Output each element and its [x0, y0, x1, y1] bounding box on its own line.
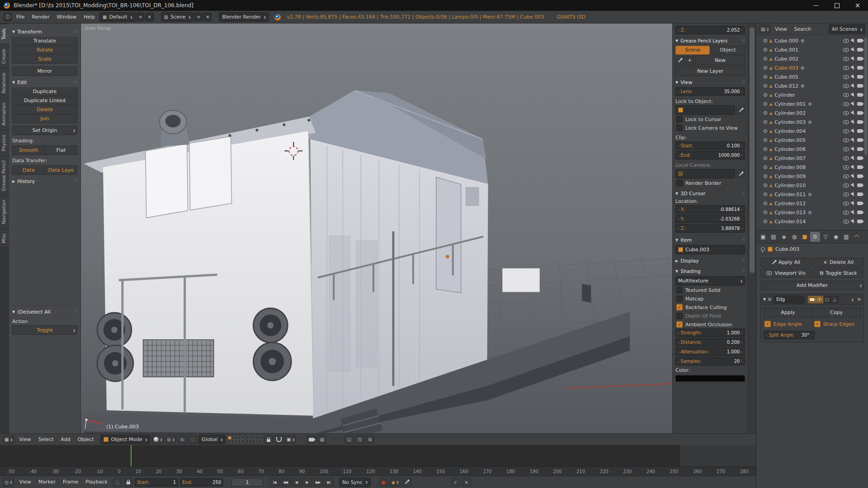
outliner-item[interactable]: ▲ Cylinder.011 ⚙	[756, 190, 868, 199]
tool-shelf-tab[interactable]: Misc	[0, 229, 9, 247]
grease-pencil-data-button[interactable]	[675, 56, 684, 65]
view3d-menu[interactable]: View	[15, 434, 34, 446]
panel-header-history[interactable]: ▶ History ⠿	[12, 177, 77, 185]
outliner-item[interactable]: ▲ Cylinder.002 ⚙	[756, 108, 868, 117]
delete-keyframe-button[interactable]: ×	[462, 478, 471, 487]
outliner-display-mode-dropdown[interactable]: All Scenes ▲▼	[829, 24, 865, 34]
infobar-menu[interactable]: Render	[28, 11, 53, 23]
panel-grip-icon[interactable]: ⠿	[74, 179, 77, 183]
properties-tab[interactable]: ◠	[852, 232, 862, 242]
modifier-checkbox[interactable]: ✓ Edge Angle	[764, 320, 811, 328]
renderability-camera-icon[interactable]	[857, 156, 863, 160]
snap-target-dropdown[interactable]: ◳	[355, 435, 364, 444]
color-swatch[interactable]	[675, 375, 745, 382]
visibility-eye-icon[interactable]	[843, 129, 849, 133]
ambient-occlusion-slider[interactable]: ‹ Attenuation: 1.000 ›	[675, 347, 745, 356]
modifier-header[interactable]: ▼ ⚙ Edg ▢ △ ▲▼ ×	[761, 294, 863, 305]
shading-checkbox[interactable]: ✓ Backface Culling	[675, 303, 745, 311]
visibility-eye-icon[interactable]	[843, 138, 849, 142]
render-preview-button[interactable]: ⧉	[365, 435, 374, 444]
modifier-render-toggle[interactable]	[808, 296, 816, 303]
renderability-camera-icon[interactable]	[857, 75, 863, 79]
current-frame-field[interactable]: 1	[231, 478, 263, 487]
panel-grip-icon[interactable]: ⠿	[742, 38, 745, 43]
visibility-eye-icon[interactable]	[843, 66, 849, 70]
tool-button[interactable]: Join	[12, 114, 77, 123]
tool-shelf-tab[interactable]: Grease Pencil	[0, 156, 9, 195]
toggle-stack-button[interactable]: ⧉ Toggle Stack	[813, 268, 864, 278]
data-transfer-button[interactable]: Data	[12, 165, 45, 175]
selectability-arrow-icon[interactable]	[851, 202, 855, 206]
selectability-arrow-icon[interactable]	[851, 66, 855, 70]
renderability-camera-icon[interactable]	[857, 183, 863, 187]
layer-dot-active[interactable]	[228, 436, 231, 439]
view-checkbox[interactable]: ✓ Lock to Cursor	[675, 115, 745, 123]
split-angle-slider[interactable]: ‹ Split Angle: 30° ›	[764, 331, 815, 339]
shading-button[interactable]: Flat	[45, 145, 78, 155]
visibility-eye-icon[interactable]	[843, 183, 849, 188]
view3d-menu[interactable]: Object	[74, 434, 98, 446]
outliner-item[interactable]: ▲ Cylinder.007 ⚙	[756, 154, 868, 163]
outliner-list[interactable]: ▲ Cube.000 ⚙ ▲ Cube.001	[756, 35, 868, 230]
mode-dropdown[interactable]: Object Mode ▲▼	[100, 435, 150, 444]
clip-end-slider[interactable]: ‹ End: 1000.000 ›	[675, 151, 745, 160]
renderability-camera-icon[interactable]	[857, 120, 863, 124]
panel-header-view[interactable]: ▼ View ⠿	[675, 78, 745, 86]
outliner-item[interactable]: ▲ Cylinder.003 ⚙	[756, 117, 868, 127]
apply-all-button[interactable]: Apply All	[760, 258, 811, 267]
transform-orientation-dropdown[interactable]: Global ▲▼	[198, 435, 226, 444]
manipulator-translate-button[interactable]	[178, 435, 187, 444]
add-modifier-dropdown[interactable]: Add Modifier ▲▼	[760, 281, 864, 290]
shading-checkbox[interactable]: ✓ Matcap	[675, 295, 745, 303]
delete-all-button[interactable]: × Delete All	[813, 258, 864, 267]
timeline-menu[interactable]: View	[16, 476, 35, 488]
opengl-render-animation-button[interactable]: ▤	[317, 435, 326, 444]
grease-pencil-source-tab[interactable]: Scene	[675, 46, 710, 55]
frame-end-field[interactable]: End: 250	[180, 478, 223, 487]
viewport-vis-button[interactable]: Viewport Vis	[760, 268, 811, 278]
panel-grip-icon[interactable]: ⠿	[742, 191, 745, 196]
renderability-camera-icon[interactable]	[857, 66, 863, 70]
properties-tab[interactable]: ■	[800, 232, 810, 242]
lock-time-button[interactable]	[124, 478, 133, 487]
selectability-arrow-icon[interactable]	[851, 211, 855, 215]
modifier-apply-button[interactable]: Apply	[764, 308, 812, 317]
action-dropdown[interactable]: Toggle ▲▼	[12, 325, 77, 335]
visibility-eye-icon[interactable]	[843, 120, 849, 124]
manipulator-rotate-button[interactable]: ◌	[188, 435, 197, 444]
opengl-render-button[interactable]	[307, 435, 316, 444]
transport-button[interactable]: ▶▶	[313, 478, 323, 486]
visibility-eye-icon[interactable]	[843, 102, 849, 106]
modifier-copy-button[interactable]: Copy	[812, 308, 861, 317]
panel-header-grease-pencil-layers[interactable]: ▼ Grease Pencil Layers ⠿	[675, 37, 745, 45]
panel-grip-icon[interactable]: ⠿	[742, 238, 745, 242]
lock-object-field[interactable]	[675, 105, 735, 115]
maximize-button[interactable]	[826, 0, 847, 11]
visibility-eye-icon[interactable]	[843, 84, 849, 88]
add-grease-pencil-button[interactable]: +	[685, 56, 694, 65]
properties-tab[interactable]: ▣	[758, 232, 768, 242]
shading-checkbox[interactable]: ✓ Ambient Occlusion	[675, 320, 745, 328]
visibility-eye-icon[interactable]	[843, 93, 849, 97]
outliner-item[interactable]: ▲ Cube.002 ⚙	[756, 54, 868, 63]
visibility-eye-icon[interactable]	[843, 147, 849, 151]
timeline-menu[interactable]: Marker	[35, 476, 59, 488]
renderability-camera-icon[interactable]	[857, 202, 863, 205]
modifier-cage-toggle[interactable]: △	[831, 296, 839, 303]
selectability-arrow-icon[interactable]	[851, 48, 855, 52]
visibility-eye-icon[interactable]	[843, 48, 849, 52]
new-layer-button[interactable]: New Layer	[675, 66, 745, 76]
selectability-arrow-icon[interactable]	[851, 156, 855, 160]
outliner-item[interactable]: ▲ Cylinder.012 ⚙	[756, 199, 868, 208]
outliner-item[interactable]: ▲ Cylinder.005 ⚙	[756, 136, 868, 145]
panel-grip-icon[interactable]: ⠿	[74, 310, 77, 314]
insert-keyframe-button[interactable]	[402, 478, 411, 487]
viewport-3d[interactable]: User Persp (1) Cube.003	[81, 23, 672, 433]
item-name-field[interactable]: Cube.003	[675, 245, 745, 254]
renderability-camera-icon[interactable]	[857, 192, 863, 196]
outliner-item[interactable]: ▲ Cube.005 ⚙	[756, 72, 868, 81]
screen-layout-selector[interactable]: ▦ Default ▲▼	[99, 12, 136, 22]
panel-header-shading[interactable]: ▼ Shading ⠿	[675, 267, 745, 275]
new-grease-pencil-button[interactable]: New	[695, 56, 745, 65]
renderability-camera-icon[interactable]	[857, 147, 863, 151]
